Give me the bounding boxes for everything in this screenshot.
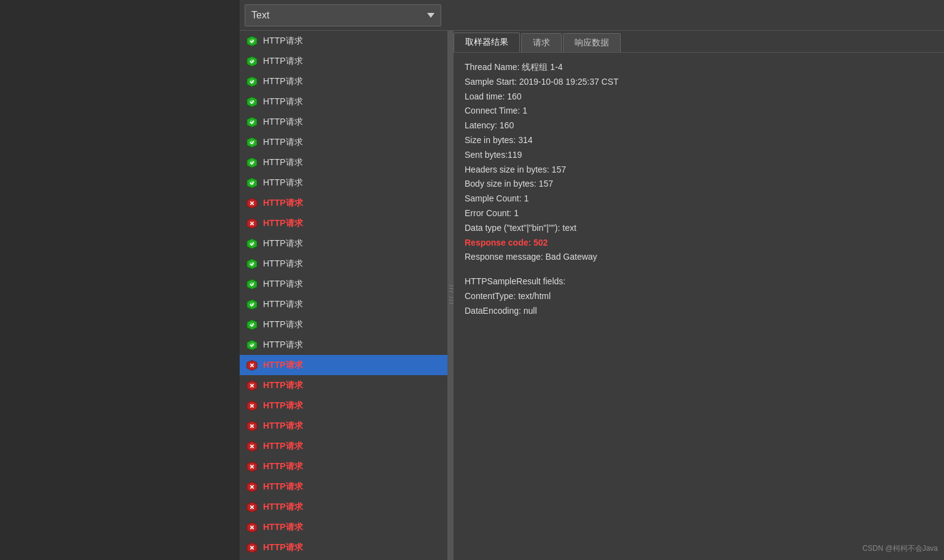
headers-size: Headers size in bytes: 157 [465,163,933,177]
error-shield-icon [246,217,258,230]
error-shield-icon [246,197,258,209]
tab-response-data[interactable]: 响应数据 [563,33,621,52]
error-count: Error Count: 1 [465,206,933,221]
success-shield-icon [246,278,258,290]
success-shield-icon [246,96,258,108]
list-item-label: HTTP请求 [263,259,303,270]
request-list[interactable]: HTTP请求 HTTP请求 HTTP请求 HTTP请求 HTTP请求 HTTP请… [240,31,449,560]
list-item[interactable]: HTTP请求 [240,517,447,537]
list-item[interactable]: HTTP请求 [240,537,447,558]
success-shield-icon [246,136,258,149]
success-shield-icon [246,35,258,47]
list-item-label: HTTP请求 [263,481,303,492]
list-item[interactable]: HTTP请求 [240,193,447,213]
success-shield-icon [246,55,258,68]
list-item[interactable]: HTTP请求 [240,335,447,355]
error-shield-icon [246,521,258,534]
list-item-label: HTTP请求 [263,157,303,168]
list-item[interactable]: HTTP请求 [240,314,447,335]
list-item[interactable]: HTTP请求 [240,173,447,193]
list-item-label: HTTP请求 [263,360,303,371]
success-shield-icon [246,298,258,311]
main-content: Text HTTP请求 HTTP请求 HTTP请求 HTTP请求 HTTP请求 … [240,0,944,560]
list-item[interactable]: HTTP请求 [240,294,447,314]
list-item[interactable]: HTTP请求 [240,233,447,254]
list-item[interactable]: HTTP请求 [240,213,447,233]
error-shield-icon [246,400,258,412]
success-shield-icon [246,339,258,351]
list-item[interactable]: HTTP请求 [240,375,447,395]
list-item[interactable]: HTTP请求 [240,497,447,517]
list-item[interactable]: HTTP请求 [240,132,447,152]
detail-content: Thread Name: 线程组 1-4 Sample Start: 2019-… [454,53,944,560]
list-item-label: HTTP请求 [263,461,303,472]
list-item-label: HTTP请求 [263,340,303,351]
list-item[interactable]: HTTP请求 [240,274,447,294]
list-item[interactable]: HTTP请求 [240,91,447,112]
error-shield-icon [246,461,258,473]
text-dropdown[interactable]: Text [245,4,441,26]
error-shield-icon [246,379,258,392]
success-shield-icon [246,76,258,88]
list-item-label: HTTP请求 [263,502,303,513]
list-item-label: HTTP请求 [263,56,303,67]
list-item-label: HTTP请求 [263,198,303,209]
dropdown-arrow-icon [427,13,435,18]
list-item[interactable]: HTTP请求 [240,436,447,456]
content-type: ContentType: text/html [465,289,933,304]
list-item-label: HTTP请求 [263,96,303,107]
sent-bytes: Sent bytes:119 [465,148,933,163]
list-item-label: HTTP请求 [263,421,303,432]
list-item-label: HTTP请求 [263,400,303,411]
sample-start: Sample Start: 2019-10-08 19:25:37 CST [465,75,933,90]
error-shield-icon [246,481,258,493]
success-shield-icon [246,157,258,169]
list-item[interactable]: HTTP请求 [240,456,447,476]
tabs: 取样器结果 请求 响应数据 [454,31,944,53]
tab-sampler-result[interactable]: 取样器结果 [454,33,520,52]
data-encoding: DataEncoding: null [465,304,933,319]
list-item-label: HTTP请求 [263,380,303,391]
response-message: Response message: Bad Gateway [465,250,933,265]
list-item-label: HTTP请求 [263,319,303,330]
list-item-label: HTTP请求 [263,137,303,148]
data-type: Data type ("text"|"bin"|""): text [465,221,933,236]
list-item-label: HTTP请求 [263,218,303,229]
sample-count: Sample Count: 1 [465,192,933,206]
list-item-label: HTTP请求 [263,542,303,553]
left-sidebar [0,0,240,560]
content-area: HTTP请求 HTTP请求 HTTP请求 HTTP请求 HTTP请求 HTTP请… [240,31,944,560]
list-item-label: HTTP请求 [263,238,303,249]
list-item[interactable]: HTTP请求 [240,476,447,497]
size-bytes: Size in bytes: 314 [465,133,933,148]
http-sample-result: HTTPSampleResult fields: [465,274,933,289]
list-item-label: HTTP请求 [263,76,303,87]
list-item-label: HTTP请求 [263,117,303,128]
list-item[interactable]: HTTP请求 [240,254,447,274]
list-item[interactable]: HTTP请求 [240,355,447,375]
list-item-label: HTTP请求 [263,36,303,47]
list-item-label: HTTP请求 [263,177,303,189]
dropdown-label: Text [251,10,269,21]
list-item[interactable]: HTTP请求 [240,71,447,91]
list-item[interactable]: HTTP请求 [240,51,447,71]
thread-name: Thread Name: 线程组 1-4 [465,60,933,75]
error-shield-icon [246,542,258,554]
list-item[interactable]: HTTP请求 [240,416,447,436]
list-item-label: HTTP请求 [263,522,303,533]
tab-request[interactable]: 请求 [521,33,562,52]
list-item[interactable]: HTTP请求 [240,395,447,416]
success-shield-icon [246,177,258,189]
response-code: Response code: 502 [465,236,933,251]
success-shield-icon [246,319,258,331]
success-shield-icon [246,116,258,128]
toolbar: Text [240,0,944,31]
list-item[interactable]: HTTP请求 [240,112,447,132]
load-time: Load time: 160 [465,90,933,104]
list-item[interactable]: HTTP请求 [240,31,447,51]
success-shield-icon [246,238,258,250]
resize-handle[interactable]: /// /// [449,31,454,560]
error-shield-icon [246,420,258,432]
list-item[interactable]: HTTP请求 [240,152,447,173]
list-item-label: HTTP请求 [263,441,303,452]
